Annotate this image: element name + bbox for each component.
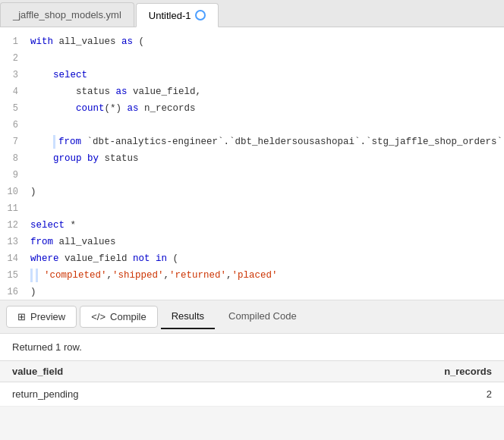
line-number: 2 <box>0 50 30 67</box>
code-line: 11 <box>0 200 504 217</box>
preview-label: Preview <box>30 311 65 322</box>
line-content: where value_field not in ( <box>30 250 504 267</box>
code-line: 2 <box>0 50 504 67</box>
code-line: 16) <box>0 284 504 300</box>
col-header-value-field: value_field <box>0 361 281 382</box>
line-number: 4 <box>0 83 30 100</box>
code-line: 4 status as value_field, <box>0 83 504 100</box>
code-line: 14where value_field not in ( <box>0 250 504 267</box>
code-line: 10) <box>0 184 504 200</box>
code-line: 6 <box>0 117 504 134</box>
tab-file2[interactable]: Untitled-1 <box>136 3 219 27</box>
line-number: 5 <box>0 100 30 117</box>
tab-file1-label: _jaffle_shop_models.yml <box>13 9 121 20</box>
col-header-n-records: n_records <box>281 361 504 382</box>
code-line: 3 select <box>0 67 504 83</box>
line-number: 6 <box>0 117 30 134</box>
line-number: 11 <box>0 200 30 217</box>
code-line: 7 from `dbt-analytics-engineer`.`dbt_hel… <box>0 134 504 150</box>
results-area: Returned 1 row. value_field n_records re… <box>0 334 504 407</box>
line-content: 'completed','shipped','returned','placed… <box>30 267 504 284</box>
code-line: 5 count(*) as n_records <box>0 100 504 117</box>
tab-results[interactable]: Results <box>161 304 215 329</box>
results-message: Returned 1 row. <box>0 334 504 360</box>
compile-label: Compile <box>110 311 146 322</box>
line-content: select <box>30 67 504 83</box>
tab-circle-icon <box>195 10 206 20</box>
editor: 1with all_values as (23 select4 status a… <box>0 27 504 300</box>
bottom-toolbar: ⊞ Preview </> Compile Results Compiled C… <box>0 300 504 334</box>
line-number: 3 <box>0 67 30 83</box>
tab-compiled-code[interactable]: Compiled Code <box>218 304 307 329</box>
line-number: 9 <box>0 167 30 184</box>
line-number: 10 <box>0 184 30 200</box>
line-number: 14 <box>0 250 30 267</box>
line-content: from all_values <box>30 234 504 250</box>
line-content: from `dbt-analytics-engineer`.`dbt_helde… <box>30 134 504 150</box>
code-line: 15'completed','shipped','returned','plac… <box>0 267 504 284</box>
line-number: 7 <box>0 134 30 150</box>
line-number: 15 <box>0 267 30 284</box>
cell-n-records: 2 <box>281 382 504 407</box>
tab-file2-label: Untitled-1 <box>149 10 191 21</box>
code-line: 1with all_values as ( <box>0 33 504 50</box>
cell-value-field: return_pending <box>0 382 281 407</box>
line-content: with all_values as ( <box>30 33 504 50</box>
line-content: ) <box>30 284 504 300</box>
code-line: 13from all_values <box>0 234 504 250</box>
code-line: 9 <box>0 167 504 184</box>
line-content: ) <box>30 184 504 200</box>
preview-button[interactable]: ⊞ Preview <box>6 306 77 328</box>
line-number: 16 <box>0 284 30 300</box>
code-line: 8 group by status <box>0 150 504 167</box>
line-number: 12 <box>0 217 30 234</box>
line-number: 8 <box>0 150 30 167</box>
tab-file1[interactable]: _jaffle_shop_models.yml <box>0 2 134 27</box>
line-content: select * <box>30 217 504 234</box>
line-content: count(*) as n_records <box>30 100 504 117</box>
preview-icon: ⊞ <box>17 311 26 322</box>
compile-icon: </> <box>91 311 106 322</box>
tab-bar: _jaffle_shop_models.yml Untitled-1 <box>0 0 504 27</box>
table-row: return_pending2 <box>0 382 504 407</box>
line-number: 13 <box>0 234 30 250</box>
line-number: 1 <box>0 33 30 50</box>
line-content: group by status <box>30 150 504 167</box>
compile-button[interactable]: </> Compile <box>80 306 157 328</box>
line-content: status as value_field, <box>30 83 504 100</box>
code-line: 12select * <box>0 217 504 234</box>
results-table: value_field n_records return_pending2 <box>0 360 504 407</box>
